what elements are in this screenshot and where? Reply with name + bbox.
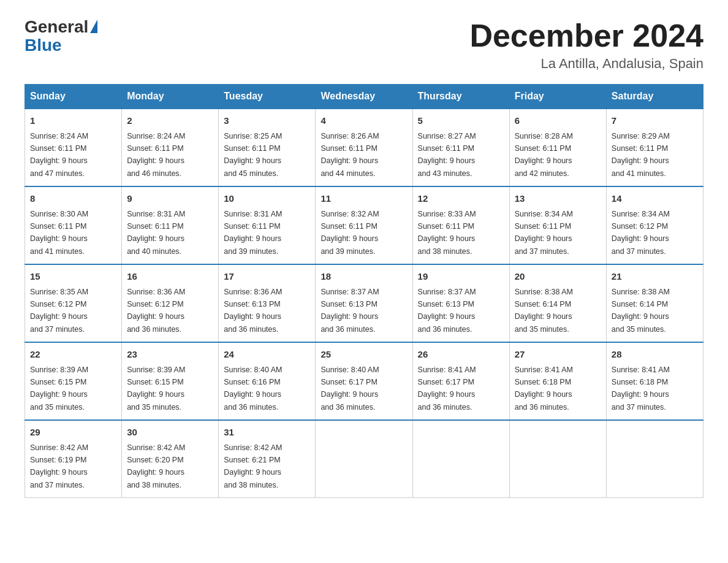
calendar-cell: [412, 420, 509, 498]
day-info: Sunrise: 8:30 AMSunset: 6:11 PMDaylight:…: [30, 210, 88, 256]
day-info: Sunrise: 8:34 AMSunset: 6:11 PMDaylight:…: [515, 210, 573, 256]
day-number: 7: [612, 114, 698, 128]
calendar-cell: 19 Sunrise: 8:37 AMSunset: 6:13 PMDaylig…: [412, 264, 509, 342]
day-number: 2: [127, 114, 213, 128]
calendar-cell: 12 Sunrise: 8:33 AMSunset: 6:11 PMDaylig…: [412, 186, 509, 264]
calendar-cell: 11 Sunrise: 8:32 AMSunset: 6:11 PMDaylig…: [316, 186, 412, 264]
day-number: 15: [30, 270, 116, 284]
logo-text-general: General: [25, 18, 88, 36]
calendar-cell: 17 Sunrise: 8:36 AMSunset: 6:13 PMDaylig…: [219, 264, 316, 342]
day-number: 8: [30, 192, 116, 206]
column-header-sunday: Sunday: [25, 85, 122, 109]
logo: General Blue: [25, 18, 97, 54]
day-info: Sunrise: 8:42 AMSunset: 6:20 PMDaylight:…: [127, 443, 185, 489]
calendar-cell: 8 Sunrise: 8:30 AMSunset: 6:11 PMDayligh…: [25, 186, 122, 264]
day-info: Sunrise: 8:26 AMSunset: 6:11 PMDaylight:…: [320, 132, 379, 178]
calendar-cell: 29 Sunrise: 8:42 AMSunset: 6:19 PMDaylig…: [25, 420, 122, 498]
calendar-cell: [316, 420, 412, 498]
column-header-wednesday: Wednesday: [316, 85, 412, 109]
calendar-cell: 25 Sunrise: 8:40 AMSunset: 6:17 PMDaylig…: [316, 342, 412, 420]
calendar-cell: 23 Sunrise: 8:39 AMSunset: 6:15 PMDaylig…: [122, 342, 219, 420]
calendar-cell: 27 Sunrise: 8:41 AMSunset: 6:18 PMDaylig…: [509, 342, 606, 420]
day-info: Sunrise: 8:35 AMSunset: 6:12 PMDaylight:…: [30, 288, 88, 334]
calendar-cell: 14 Sunrise: 8:34 AMSunset: 6:12 PMDaylig…: [606, 186, 703, 264]
day-info: Sunrise: 8:42 AMSunset: 6:19 PMDaylight:…: [30, 443, 88, 489]
logo-text-blue: Blue: [25, 37, 97, 54]
day-info: Sunrise: 8:24 AMSunset: 6:11 PMDaylight:…: [127, 132, 185, 178]
day-number: 20: [515, 270, 601, 284]
day-info: Sunrise: 8:36 AMSunset: 6:12 PMDaylight:…: [127, 288, 185, 334]
day-info: Sunrise: 8:37 AMSunset: 6:13 PMDaylight:…: [320, 288, 379, 334]
day-info: Sunrise: 8:40 AMSunset: 6:16 PMDaylight:…: [224, 366, 282, 412]
day-number: 3: [224, 114, 310, 128]
calendar-cell: 30 Sunrise: 8:42 AMSunset: 6:20 PMDaylig…: [122, 420, 219, 498]
day-info: Sunrise: 8:38 AMSunset: 6:14 PMDaylight:…: [612, 288, 670, 334]
column-header-monday: Monday: [122, 85, 219, 109]
calendar-cell: 6 Sunrise: 8:28 AMSunset: 6:11 PMDayligh…: [509, 109, 606, 186]
day-number: 10: [224, 192, 310, 206]
day-number: 24: [224, 348, 310, 362]
calendar-cell: 10 Sunrise: 8:31 AMSunset: 6:11 PMDaylig…: [219, 186, 316, 264]
day-number: 13: [515, 192, 601, 206]
calendar-subtitle: La Antilla, Andalusia, Spain: [469, 56, 703, 72]
day-info: Sunrise: 8:41 AMSunset: 6:18 PMDaylight:…: [612, 366, 670, 412]
day-number: 19: [418, 270, 504, 284]
day-info: Sunrise: 8:25 AMSunset: 6:11 PMDaylight:…: [224, 132, 282, 178]
calendar-cell: 20 Sunrise: 8:38 AMSunset: 6:14 PMDaylig…: [509, 264, 606, 342]
day-info: Sunrise: 8:39 AMSunset: 6:15 PMDaylight:…: [30, 366, 88, 412]
day-number: 16: [127, 270, 213, 284]
day-info: Sunrise: 8:38 AMSunset: 6:14 PMDaylight:…: [515, 288, 573, 334]
day-number: 9: [127, 192, 213, 206]
day-number: 17: [224, 270, 310, 284]
day-number: 23: [127, 348, 213, 362]
calendar-cell: 5 Sunrise: 8:27 AMSunset: 6:11 PMDayligh…: [412, 109, 509, 186]
day-number: 30: [127, 426, 213, 440]
day-number: 18: [320, 270, 407, 284]
calendar-title-area: December 2024 La Antilla, Andalusia, Spa…: [469, 18, 703, 72]
logo-triangle-icon: [90, 20, 97, 33]
day-number: 4: [320, 114, 407, 128]
calendar-week-row: 15 Sunrise: 8:35 AMSunset: 6:12 PMDaylig…: [25, 264, 703, 342]
calendar-title: December 2024: [469, 18, 703, 53]
day-number: 28: [612, 348, 698, 362]
day-number: 12: [418, 192, 504, 206]
calendar-cell: 2 Sunrise: 8:24 AMSunset: 6:11 PMDayligh…: [122, 109, 219, 186]
day-info: Sunrise: 8:29 AMSunset: 6:11 PMDaylight:…: [612, 132, 670, 178]
day-info: Sunrise: 8:34 AMSunset: 6:12 PMDaylight:…: [612, 210, 670, 256]
day-info: Sunrise: 8:32 AMSunset: 6:11 PMDaylight:…: [320, 210, 379, 256]
day-number: 21: [612, 270, 698, 284]
calendar-cell: 22 Sunrise: 8:39 AMSunset: 6:15 PMDaylig…: [25, 342, 122, 420]
calendar-cell: 3 Sunrise: 8:25 AMSunset: 6:11 PMDayligh…: [219, 109, 316, 186]
day-number: 11: [320, 192, 407, 206]
calendar-cell: 7 Sunrise: 8:29 AMSunset: 6:11 PMDayligh…: [606, 109, 703, 186]
calendar-cell: [509, 420, 606, 498]
calendar-cell: 21 Sunrise: 8:38 AMSunset: 6:14 PMDaylig…: [606, 264, 703, 342]
column-header-friday: Friday: [509, 85, 606, 109]
day-info: Sunrise: 8:33 AMSunset: 6:11 PMDaylight:…: [418, 210, 476, 256]
calendar-cell: 4 Sunrise: 8:26 AMSunset: 6:11 PMDayligh…: [316, 109, 412, 186]
calendar-cell: 15 Sunrise: 8:35 AMSunset: 6:12 PMDaylig…: [25, 264, 122, 342]
calendar-week-row: 22 Sunrise: 8:39 AMSunset: 6:15 PMDaylig…: [25, 342, 703, 420]
day-info: Sunrise: 8:27 AMSunset: 6:11 PMDaylight:…: [418, 132, 476, 178]
calendar-cell: 26 Sunrise: 8:41 AMSunset: 6:17 PMDaylig…: [412, 342, 509, 420]
day-number: 25: [320, 348, 407, 362]
calendar-cell: 28 Sunrise: 8:41 AMSunset: 6:18 PMDaylig…: [606, 342, 703, 420]
page-header: General Blue December 2024 La Antilla, A…: [25, 18, 703, 72]
calendar-cell: 24 Sunrise: 8:40 AMSunset: 6:16 PMDaylig…: [219, 342, 316, 420]
calendar-cell: [606, 420, 703, 498]
calendar-cell: 18 Sunrise: 8:37 AMSunset: 6:13 PMDaylig…: [316, 264, 412, 342]
day-info: Sunrise: 8:37 AMSunset: 6:13 PMDaylight:…: [418, 288, 476, 334]
calendar-cell: 9 Sunrise: 8:31 AMSunset: 6:11 PMDayligh…: [122, 186, 219, 264]
calendar-cell: 13 Sunrise: 8:34 AMSunset: 6:11 PMDaylig…: [509, 186, 606, 264]
day-info: Sunrise: 8:39 AMSunset: 6:15 PMDaylight:…: [127, 366, 185, 412]
column-header-thursday: Thursday: [412, 85, 509, 109]
day-info: Sunrise: 8:36 AMSunset: 6:13 PMDaylight:…: [224, 288, 282, 334]
calendar-table: SundayMondayTuesdayWednesdayThursdayFrid…: [25, 84, 703, 498]
day-info: Sunrise: 8:24 AMSunset: 6:11 PMDaylight:…: [30, 132, 88, 178]
day-number: 6: [515, 114, 601, 128]
day-number: 31: [224, 426, 310, 440]
day-number: 14: [612, 192, 698, 206]
calendar-week-row: 1 Sunrise: 8:24 AMSunset: 6:11 PMDayligh…: [25, 109, 703, 186]
day-number: 29: [30, 426, 116, 440]
calendar-header-row: SundayMondayTuesdayWednesdayThursdayFrid…: [25, 85, 703, 109]
